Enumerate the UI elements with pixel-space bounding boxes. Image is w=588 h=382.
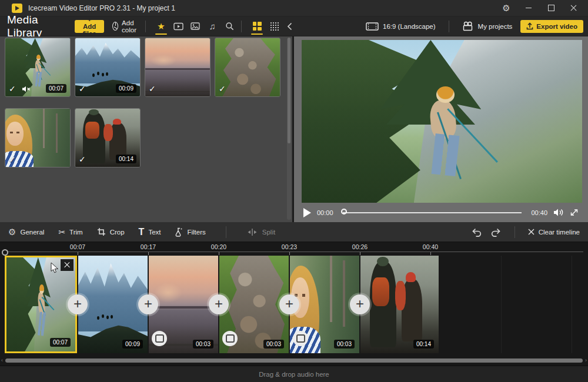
undo-icon[interactable] xyxy=(471,227,483,237)
timeline-clip[interactable]: 00:03 xyxy=(290,256,359,353)
ruler-label: 00:20 xyxy=(211,243,226,250)
playhead-icon[interactable] xyxy=(2,249,8,256)
clip-duration-badge: 00:03 xyxy=(334,340,355,349)
library-title: Media Library xyxy=(7,14,42,39)
scroll-right-arrow-icon[interactable]: › xyxy=(585,357,587,363)
add-files-button[interactable]: + Add files xyxy=(75,20,104,33)
aspect-ratio-button[interactable]: 16:9 (Landscape) xyxy=(366,22,436,31)
remove-clip-button[interactable] xyxy=(61,259,74,271)
play-button[interactable] xyxy=(303,208,311,217)
transition-icon[interactable] xyxy=(293,331,308,346)
tab-audio-music-icon[interactable] xyxy=(206,19,218,33)
timeline-clip[interactable]: 00:09 xyxy=(78,256,148,353)
search-icon[interactable] xyxy=(223,19,235,33)
movie-camera-icon xyxy=(462,21,474,31)
my-projects-button[interactable]: My projects xyxy=(462,21,513,31)
check-icon xyxy=(79,154,86,165)
timeline-track: 00:07 00:09 00:03 00:03 00:03 xyxy=(0,256,588,356)
fullscreen-icon[interactable] xyxy=(570,208,579,217)
library-item[interactable] xyxy=(5,108,71,167)
duration-badge: 00:14 xyxy=(116,155,136,163)
seek-handle[interactable] xyxy=(341,209,347,215)
ruler-label: 00:17 xyxy=(141,243,156,250)
ruler-label: 00:26 xyxy=(352,243,368,250)
video-preview[interactable] xyxy=(302,40,582,203)
add-color-button[interactable]: Add color xyxy=(112,19,139,33)
scissors-icon xyxy=(58,227,65,237)
library-scrollbar[interactable] xyxy=(287,38,291,220)
timeline-ruler[interactable]: 00:07 00:17 00:20 00:23 00:26 00:40 xyxy=(0,242,588,256)
transition-icon[interactable] xyxy=(222,331,238,346)
close-button[interactable] xyxy=(564,1,582,15)
timeline-scrollbar[interactable] xyxy=(5,358,583,363)
muted-audio-icon xyxy=(22,86,31,92)
add-transition-plus-button[interactable] xyxy=(209,294,229,314)
library-item[interactable] xyxy=(145,38,211,97)
tool-general[interactable]: General xyxy=(8,227,44,237)
crop-icon xyxy=(97,227,106,236)
add-transition-plus-button[interactable] xyxy=(350,294,370,314)
tool-crop[interactable]: Crop xyxy=(97,227,125,236)
preview-player: 00:00 00:40 xyxy=(294,36,588,222)
tool-trim[interactable]: Trim xyxy=(58,227,82,237)
library-item[interactable] xyxy=(215,38,280,97)
timeline-clip[interactable]: 00:03 xyxy=(219,256,289,353)
scroll-left-arrow-icon[interactable]: ‹ xyxy=(1,357,3,363)
tool-text[interactable]: T Text xyxy=(139,227,161,237)
seek-slider[interactable] xyxy=(343,212,522,213)
minimize-button[interactable] xyxy=(520,1,537,15)
tab-images-icon[interactable] xyxy=(189,19,201,33)
app-logo-play-icon xyxy=(12,4,22,13)
add-transition-plus-button[interactable] xyxy=(138,294,158,314)
transition-icon[interactable] xyxy=(152,331,167,346)
tab-favorites-star-icon[interactable] xyxy=(155,19,167,33)
duration-badge: 00:09 xyxy=(116,84,136,93)
total-time: 00:40 xyxy=(531,209,547,216)
check-icon xyxy=(9,154,16,165)
timeline-clip[interactable]: 00:03 xyxy=(149,256,218,353)
grid-large-view-icon[interactable] xyxy=(251,19,263,33)
grid-small-view-icon[interactable] xyxy=(268,19,280,33)
collapse-panel-chevron-icon[interactable] xyxy=(287,22,292,31)
gear-icon xyxy=(8,227,16,237)
settings-gear-icon[interactable] xyxy=(497,1,515,15)
clear-timeline-button[interactable]: Clear timeline xyxy=(528,229,580,236)
check-icon xyxy=(79,83,86,94)
library-item[interactable]: 00:09 xyxy=(75,38,141,97)
timeline-clip-selected[interactable]: 00:07 xyxy=(5,256,77,353)
check-icon xyxy=(149,83,156,94)
window-title: Icecream Video Editor PRO 2.31 - My proj… xyxy=(28,4,175,12)
color-wheel-icon xyxy=(112,22,118,31)
clip-duration-badge: 00:03 xyxy=(193,340,213,349)
check-icon xyxy=(219,83,226,94)
tab-videos-icon[interactable] xyxy=(172,19,184,33)
audio-drop-zone[interactable]: Drag & drop audio here xyxy=(0,366,588,382)
ruler-label: 00:07 xyxy=(70,243,85,250)
filters-flask-icon xyxy=(175,227,183,237)
timeline-scrollbar-row: ‹ › xyxy=(0,356,588,366)
preview-frame xyxy=(302,40,582,203)
timeline-clip[interactable]: 00:14 xyxy=(360,256,439,353)
edit-toolbar: General Trim Crop T Text Filters Split xyxy=(0,222,588,242)
add-transition-plus-button[interactable] xyxy=(68,294,88,314)
redo-icon[interactable] xyxy=(490,227,502,237)
timeline: 00:07 00:17 00:20 00:23 00:26 00:40 00:0… xyxy=(0,242,588,356)
maximize-button[interactable] xyxy=(542,1,560,15)
add-transition-plus-button[interactable] xyxy=(279,294,299,314)
export-video-button[interactable]: Export video xyxy=(520,20,583,33)
tool-filters[interactable]: Filters xyxy=(175,227,205,237)
player-controls: 00:00 00:40 xyxy=(294,203,588,222)
header-row: Media Library + Add files Add color xyxy=(0,16,588,36)
library-item[interactable]: 00:07 xyxy=(5,38,71,97)
clip-duration-badge: 00:03 xyxy=(263,340,284,349)
preview-header: 16:9 (Landscape) My projects Export vide… xyxy=(292,16,588,36)
volume-icon[interactable] xyxy=(553,208,564,217)
library-item[interactable]: 00:14 xyxy=(75,108,141,167)
upload-icon xyxy=(526,22,533,30)
media-library-panel: 00:07 00:09 xyxy=(0,36,292,222)
tool-split[interactable]: Split xyxy=(246,227,275,237)
text-icon: T xyxy=(139,227,145,237)
duration-badge: 00:07 xyxy=(46,84,66,93)
elapsed-time: 00:00 xyxy=(317,209,333,216)
clear-x-icon xyxy=(528,229,534,235)
